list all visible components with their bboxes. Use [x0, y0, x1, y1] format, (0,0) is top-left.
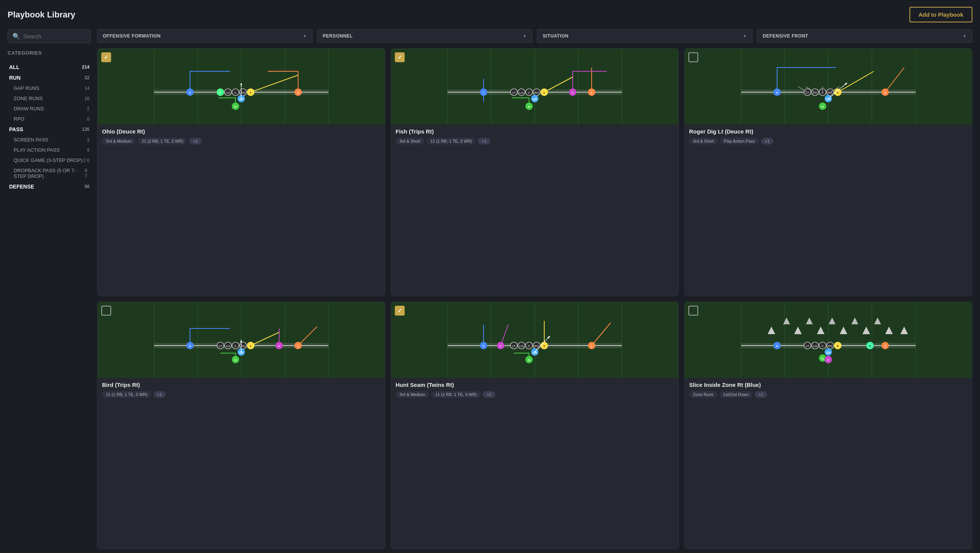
chevron-down-icon: ▼ — [303, 34, 307, 38]
play-checkbox-bird-trips-rt[interactable] — [101, 306, 111, 316]
play-info-slice-inside-zone: Slice Inside Zone Rt (Blue)Zone Runs1st/… — [684, 378, 972, 402]
sidebar-item-dropback-pass-5-or-7-step-drop[interactable]: DROPBACK PASS (5 OR 7-STEP DROP)8 7 — [8, 166, 91, 181]
svg-text:QB: QB — [826, 351, 830, 354]
sidebar-item-label: DEFENSE — [9, 183, 34, 190]
play-info-bird-trips-rt: Bird (Trips Rt)11 (1 RB, 1 TE, 3 WR)+1 — [97, 378, 385, 402]
play-card-hunt-seam-twins[interactable]: LTLGCRGRTYQBHXZF✓Hunt Seam (Twins Rt)3rd… — [391, 301, 679, 550]
sidebar-item-zone-runs[interactable]: ZONE RUNS16 — [8, 93, 91, 104]
sidebar-item-label: GAP RUNS — [14, 85, 40, 91]
play-tag: 3rd & Short — [396, 138, 425, 145]
play-name-bird-trips-rt: Bird (Trips Rt) — [102, 382, 380, 388]
svg-text:Y: Y — [869, 344, 871, 348]
svg-text:QB: QB — [826, 97, 830, 101]
content-area: OFFENSIVE FORMATION▼PERSONNEL▼SITUATION▼… — [97, 29, 972, 549]
svg-text:RG: RG — [535, 344, 539, 348]
svg-text:H: H — [821, 357, 824, 360]
play-name-hunt-seam-twins: Hunt Seam (Twins Rt) — [396, 382, 674, 388]
search-box[interactable]: 🔍 — [8, 29, 91, 43]
svg-text:QB: QB — [533, 351, 537, 354]
sidebar-item-count: 214 — [82, 64, 89, 70]
page-title: Playbook Library — [8, 10, 75, 20]
play-card-slice-inside-zone[interactable]: LTLGCRGRTYQBHFXZYSlice Inside Zone Rt (B… — [684, 301, 972, 550]
play-info-hunt-seam-twins: Hunt Seam (Twins Rt)3rd & Medium11 (1 RB… — [391, 378, 678, 402]
sidebar-item-count: 126 — [82, 127, 89, 132]
play-tags-fish-trips-rt: 3rd & Short11 (1 RB, 1 TE, 3 WR)+1 — [396, 138, 674, 145]
play-checkbox-hunt-seam-twins[interactable]: ✓ — [395, 306, 405, 316]
play-checkbox-slice-inside-zone[interactable] — [688, 306, 698, 316]
add-playbook-button[interactable]: Add to Playbook — [910, 7, 972, 22]
play-card-roger-dig-lt[interactable]: LTLGCRGRTYQBHXZRoger Dig Lt (Deuce Rt)3r… — [684, 48, 972, 296]
sidebar-item-rpo[interactable]: RPO0 — [8, 114, 91, 124]
play-tag: 11 (1 RB, 1 TE, 3 WR) — [102, 391, 151, 398]
play-tags-ohio-deuce-rt: 3rd & Medium21 (2 RB, 1 TE, 2 WR)+1 — [102, 138, 380, 145]
svg-text:C: C — [528, 344, 530, 348]
play-tag: +1 — [154, 391, 166, 398]
sidebar-item-gap-runs[interactable]: GAP RUNS14 — [8, 83, 91, 93]
play-info-ohio-deuce-rt: Ohio (Deuce Rt)3rd & Medium21 (2 RB, 1 T… — [97, 124, 385, 149]
play-checkbox-fish-trips-rt[interactable]: ✓ — [395, 53, 405, 62]
categories-label: Categories — [8, 50, 91, 56]
svg-text:LG: LG — [226, 344, 230, 348]
play-tag: +1 — [189, 138, 202, 145]
play-name-ohio-deuce-rt: Ohio (Deuce Rt) — [102, 128, 380, 135]
play-tag: 21 (2 RB, 1 TE, 2 WR) — [138, 138, 187, 145]
sidebar-item-screen-pass[interactable]: SCREEN PASS3 — [8, 135, 91, 145]
sidebar-item-label: ALL — [9, 64, 19, 70]
sidebar-item-count: 32 — [84, 75, 89, 80]
svg-text:H: H — [821, 105, 824, 108]
sidebar-item-all[interactable]: ALL214 — [8, 62, 91, 72]
sidebar-item-count: 16 — [84, 96, 89, 101]
sidebar-item-count: 9 — [87, 148, 89, 153]
play-tag: 11 (1 RB, 1 TE, 3 WR) — [431, 391, 480, 398]
play-card-ohio-deuce-rt[interactable]: LTLGCRGRTYQBHXZF✓Ohio (Deuce Rt)3rd & Me… — [97, 48, 385, 296]
sidebar-item-run[interactable]: RUN32 — [8, 72, 91, 83]
play-info-roger-dig-lt: Roger Dig Lt (Deuce Rt)3rd & ShortPlay A… — [684, 124, 972, 149]
play-name-fish-trips-rt: Fish (Trips Rt) — [396, 128, 674, 135]
play-tag: Play Action Pass — [720, 138, 759, 145]
play-card-fish-trips-rt[interactable]: LTLGCRGRTYQBHXZF✓Fish (Trips Rt)3rd & Sh… — [391, 48, 679, 296]
sidebar-categories: ALL214RUN32GAP RUNS14ZONE RUNS16DRAW RUN… — [8, 62, 91, 192]
play-checkbox-roger-dig-lt[interactable] — [688, 53, 698, 62]
play-tags-bird-trips-rt: 11 (1 RB, 1 TE, 3 WR)+1 — [102, 391, 380, 398]
play-diagram-fish-trips-rt: LTLGCRGRTYQBHXZF✓ — [391, 49, 678, 124]
filter-defensive-front[interactable]: DEFENSIVE FRONT▼ — [757, 29, 972, 43]
chevron-down-icon: ▼ — [743, 34, 747, 38]
svg-text:LT: LT — [218, 344, 222, 348]
filter-situation[interactable]: SITUATION▼ — [537, 29, 752, 43]
search-input[interactable] — [23, 33, 86, 40]
play-card-bird-trips-rt[interactable]: LTLGCRGRTYQBHXZFBird (Trips Rt)11 (1 RB,… — [97, 301, 385, 550]
play-diagram-bird-trips-rt: LTLGCRGRTYQBHXZF — [97, 302, 385, 378]
sidebar-item-count: 2 — [87, 106, 89, 112]
svg-text:C: C — [234, 91, 237, 94]
sidebar-item-label: PASS — [9, 126, 23, 132]
svg-text:C: C — [821, 344, 824, 348]
svg-text:LT: LT — [512, 344, 515, 348]
sidebar-item-quick-game-3-step-drop[interactable]: QUICK GAME (3-STEP DROP)2 6 — [8, 155, 91, 166]
play-tag: 3rd & Medium — [102, 138, 135, 145]
play-tag: 3rd & Short — [689, 138, 718, 145]
sidebar-item-count: 3 — [87, 137, 89, 143]
sidebar-item-label: SCREEN PASS — [14, 137, 49, 143]
sidebar-item-label: QUICK GAME (3-STEP DROP) — [14, 158, 83, 163]
sidebar-item-pass[interactable]: PASS126 — [8, 124, 91, 135]
play-tags-slice-inside-zone: Zone Runs1st/2nd Down+1 — [689, 391, 967, 398]
play-tag: +1 — [755, 391, 767, 398]
svg-text:C: C — [528, 91, 530, 94]
filter-offensive-formation[interactable]: OFFENSIVE FORMATION▼ — [97, 29, 312, 43]
svg-text:LG: LG — [226, 91, 230, 94]
chevron-down-icon: ▼ — [523, 34, 527, 38]
svg-text:Y: Y — [837, 344, 839, 348]
play-diagram-roger-dig-lt: LTLGCRGRTYQBHXZ — [684, 49, 972, 124]
svg-text:LT: LT — [512, 91, 515, 94]
play-tags-hunt-seam-twins: 3rd & Medium11 (1 RB, 1 TE, 3 WR)+1 — [396, 391, 674, 398]
sidebar-item-play-action-pass[interactable]: PLAY ACTION PASS9 — [8, 145, 91, 155]
sidebar-item-defense[interactable]: DEFENSE56 — [8, 181, 91, 192]
filter-label: PERSONNEL — [323, 33, 353, 39]
sidebar-item-draw-runs[interactable]: DRAW RUNS2 — [8, 104, 91, 114]
sidebar-item-label: ZONE RUNS — [14, 96, 43, 101]
play-diagram-hunt-seam-twins: LTLGCRGRTYQBHXZF✓ — [391, 302, 678, 378]
filter-personnel[interactable]: PERSONNEL▼ — [317, 29, 533, 43]
sidebar: 🔍 Categories ALL214RUN32GAP RUNS14ZONE R… — [8, 29, 91, 549]
play-checkbox-ohio-deuce-rt[interactable]: ✓ — [101, 53, 111, 62]
sidebar-item-count: 8 7 — [84, 168, 89, 178]
